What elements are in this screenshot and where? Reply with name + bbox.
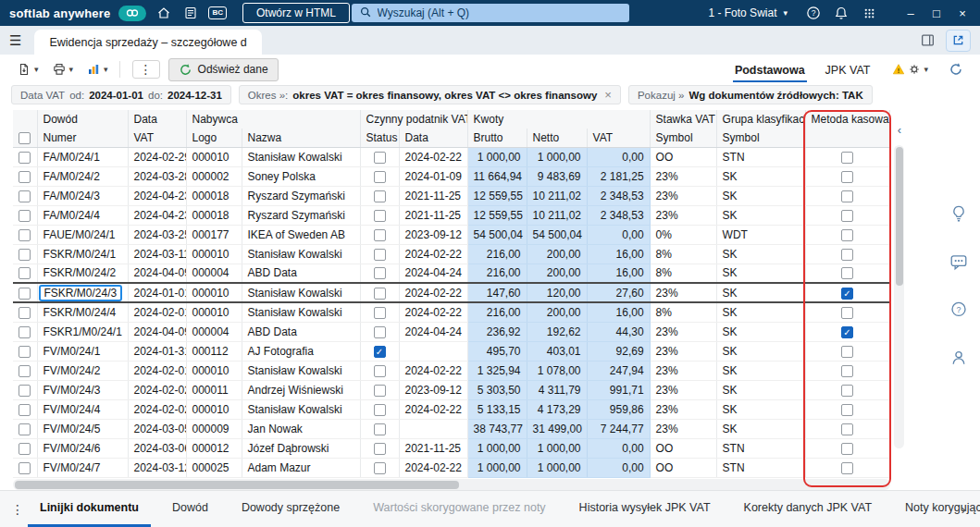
cell-select[interactable]	[13, 419, 37, 438]
notifications-bell-icon[interactable]	[832, 4, 850, 22]
column-header-status[interactable]: Status	[360, 129, 399, 147]
cell-select[interactable]	[13, 380, 37, 399]
cell-metoda-kasowa[interactable]	[805, 438, 889, 458]
row-select-checkbox[interactable]	[19, 288, 31, 300]
row-select-checkbox[interactable]	[19, 385, 31, 397]
status-checkbox[interactable]	[374, 152, 386, 164]
table-row[interactable]: FA/M0/24/22024-03-28000002Soney Polska20…	[13, 166, 889, 186]
chat-icon[interactable]	[947, 250, 971, 274]
row-select-checkbox[interactable]	[19, 190, 31, 202]
cell-select[interactable]	[13, 283, 37, 302]
table-row[interactable]: FV/M0/24/62024-03-06000012Józef Dąbrowsk…	[13, 438, 889, 458]
cell-metoda-kasowa[interactable]	[805, 361, 889, 380]
column-header-status-data[interactable]: Data	[399, 129, 467, 147]
row-select-checkbox[interactable]	[19, 267, 31, 279]
row-select-checkbox[interactable]	[19, 171, 31, 183]
more-actions-button[interactable]: ⋮	[132, 60, 160, 79]
filter-chip[interactable]: Okres »:okres VAT = okres finansowy, okr…	[239, 85, 621, 104]
status-checkbox[interactable]	[374, 267, 386, 279]
status-checkbox[interactable]	[374, 210, 386, 222]
cell-status[interactable]	[360, 322, 399, 341]
cell-select[interactable]	[13, 147, 37, 166]
status-checkbox[interactable]	[374, 307, 386, 319]
status-checkbox[interactable]	[374, 423, 386, 435]
close-button[interactable]: ×	[954, 7, 971, 19]
status-checkbox[interactable]	[374, 443, 386, 455]
select-all-checkbox[interactable]	[19, 132, 31, 144]
lightbulb-icon[interactable]	[947, 202, 971, 226]
cell-metoda-kasowa[interactable]: ✓	[805, 283, 889, 302]
column-header-grupa-symbol[interactable]: Symbol	[716, 129, 805, 147]
table-row[interactable]: FSKR/M0/24/42024-02-01000010Stanisław Ko…	[13, 302, 889, 322]
cell-status[interactable]	[360, 380, 399, 399]
cell-select[interactable]	[13, 166, 37, 186]
metoda-kasowa-checkbox[interactable]	[841, 346, 853, 358]
status-checkbox[interactable]	[374, 326, 386, 338]
cell-status[interactable]	[360, 166, 399, 186]
row-select-checkbox[interactable]	[19, 443, 31, 455]
metoda-kasowa-checkbox[interactable]: ✓	[841, 326, 853, 338]
alert-settings-button[interactable]: ! ▾	[887, 59, 934, 80]
column-group-kwoty[interactable]: Kwoty	[467, 110, 650, 129]
cell-metoda-kasowa[interactable]	[805, 264, 889, 283]
help-icon[interactable]: ?	[804, 4, 823, 22]
metoda-kasowa-checkbox[interactable]	[841, 404, 853, 416]
metoda-kasowa-checkbox[interactable]	[841, 267, 853, 279]
table-row[interactable]: FSKR/M0/24/12024-03-11000010Stanisław Ko…	[13, 244, 889, 264]
focused-cell[interactable]: FSKR/M0/24/3	[39, 285, 123, 301]
contact-icon[interactable]	[947, 346, 971, 370]
cell-status[interactable]	[360, 147, 399, 166]
bottom-tab[interactable]: Dowód	[160, 491, 220, 527]
cell-select[interactable]	[13, 205, 37, 225]
refresh-data-button[interactable]: Odśwież dane	[168, 58, 279, 81]
metoda-kasowa-checkbox[interactable]	[841, 171, 853, 183]
column-header-nazwa[interactable]: Nazwa	[242, 129, 360, 147]
table-row[interactable]: FV/M0/24/32024-02-02000011Andrzej Wiśnie…	[13, 380, 889, 399]
cell-metoda-kasowa[interactable]	[805, 225, 889, 244]
row-select-checkbox[interactable]	[19, 404, 31, 416]
row-select-checkbox[interactable]	[19, 152, 31, 164]
document-tab[interactable]: Ewidencja sprzedaży – szczegółowe d	[34, 30, 261, 55]
cell-metoda-kasowa[interactable]	[805, 244, 889, 264]
row-select-checkbox[interactable]	[19, 307, 31, 319]
status-checkbox[interactable]: ✓	[374, 346, 386, 358]
cell-metoda-kasowa[interactable]	[805, 302, 889, 322]
select-all-cell[interactable]	[13, 129, 37, 147]
vertical-scrollbar-thumb[interactable]	[896, 147, 903, 286]
cell-status[interactable]	[360, 205, 399, 225]
cell-metoda-kasowa[interactable]	[805, 166, 889, 186]
share-icon[interactable]	[946, 30, 971, 52]
maximize-button[interactable]: □	[928, 7, 945, 19]
cell-select[interactable]	[13, 341, 37, 361]
company-selector[interactable]: 1 - Foto Swiat ▾	[708, 6, 788, 19]
metoda-kasowa-checkbox[interactable]	[841, 365, 853, 377]
filter-chip[interactable]: Data VATod:2024-01-01do:2024-12-31	[11, 85, 231, 104]
column-header-metoda[interactable]	[805, 129, 889, 147]
hamburger-menu-icon[interactable]: ☰	[9, 32, 21, 49]
column-group-nabywca[interactable]: Nabywca	[186, 110, 360, 129]
vertical-scrollbar[interactable]	[894, 145, 904, 448]
cell-metoda-kasowa[interactable]	[805, 186, 889, 205]
column-group-dowod[interactable]: Dowód	[37, 110, 128, 129]
cell-status[interactable]	[360, 438, 399, 458]
metoda-kasowa-checkbox[interactable]	[841, 249, 853, 261]
cell-status[interactable]	[360, 264, 399, 283]
column-group-data[interactable]: Data	[128, 110, 186, 129]
bottom-tab[interactable]: Dowody sprzężone	[229, 491, 352, 527]
scroll-tabs-right-icon[interactable]: ›	[954, 502, 973, 517]
status-checkbox[interactable]	[374, 365, 386, 377]
filter-remove-icon[interactable]: ×	[604, 88, 612, 102]
column-group-grupa[interactable]: Grupa klasyfikacji	[716, 110, 805, 129]
table-row[interactable]: FA/M0/24/42024-04-23000018Ryszard Szymań…	[13, 205, 889, 225]
cell-select[interactable]	[13, 438, 37, 458]
column-header-brutto[interactable]: Brutto	[467, 129, 527, 147]
bottom-tab[interactable]: Historia wysyłek JPK VAT	[567, 491, 723, 527]
export-button[interactable]: ▾	[11, 58, 44, 80]
status-checkbox[interactable]	[374, 229, 386, 241]
cell-status[interactable]	[360, 244, 399, 264]
search-input[interactable]	[378, 6, 622, 19]
column-header-vat-data[interactable]: VAT	[128, 129, 186, 147]
column-header-numer[interactable]: Numer	[37, 129, 128, 147]
cell-select[interactable]	[13, 225, 37, 244]
status-checkbox[interactable]	[374, 385, 386, 397]
